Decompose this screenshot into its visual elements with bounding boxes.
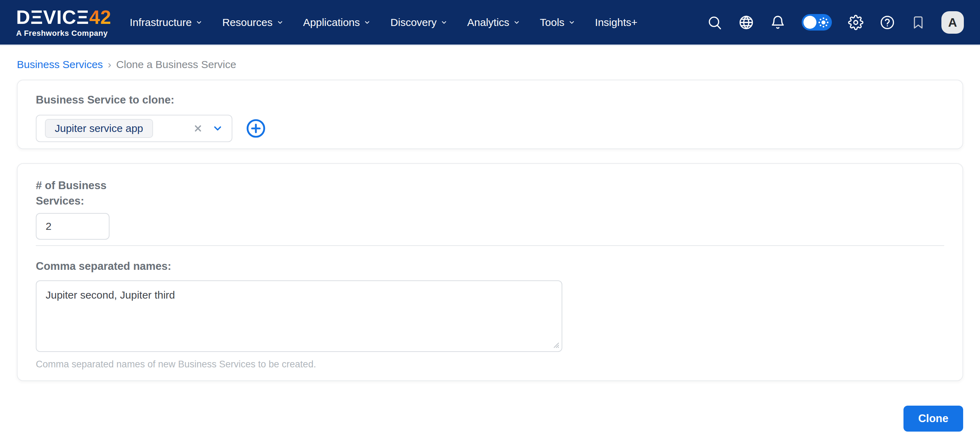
help-icon[interactable] [880, 15, 895, 30]
number-of-services-input[interactable] [36, 213, 110, 239]
business-service-to-clone-label: Business Service to clone: [36, 94, 944, 106]
menu-item-insights[interactable]: Insights+ [595, 16, 638, 29]
avatar-initial: A [948, 16, 957, 30]
avatar[interactable]: A [942, 11, 964, 34]
selected-service-chip[interactable]: Jupiter service app [45, 119, 153, 138]
logo-42: 42 [89, 6, 111, 28]
logo-wordmark: DΞVICΞ42 [16, 8, 111, 27]
breadcrumb-separator: › [108, 59, 111, 71]
page-title: Clone a Business Service [116, 59, 236, 71]
menu-item-label: Resources [222, 16, 272, 29]
chevron-down-icon [196, 19, 202, 26]
clone-source-row: Jupiter service app [36, 115, 944, 142]
menu-item-infrastructure[interactable]: Infrastructure [129, 16, 202, 29]
comma-separated-names-label: Comma separated names: [36, 260, 944, 273]
top-navbar: DΞVICΞ42 A Freshworks Company Infrastruc… [0, 0, 980, 46]
clear-icon[interactable] [193, 124, 203, 133]
menu-item-resources[interactable]: Resources [222, 16, 283, 29]
device42-logo[interactable]: DΞVICΞ42 A Freshworks Company [16, 8, 111, 37]
menu-item-label: Infrastructure [129, 16, 192, 29]
chevron-down-icon [277, 19, 283, 26]
business-service-select[interactable]: Jupiter service app [36, 115, 232, 142]
theme-toggle[interactable] [802, 14, 832, 30]
toggle-knob [803, 16, 816, 29]
chevron-down-icon[interactable] [212, 123, 223, 134]
names-help-text: Comma separated names of new Business Se… [36, 359, 944, 370]
number-of-services-label: # of Business Services: [36, 178, 120, 209]
select-controls [193, 123, 223, 134]
menu-item-label: Analytics [467, 16, 509, 29]
menu-item-analytics[interactable]: Analytics [467, 16, 520, 29]
clone-options-card: # of Business Services: Comma separated … [17, 163, 963, 381]
clone-source-card: Business Service to clone: Jupiter servi… [17, 80, 963, 149]
menu-item-applications[interactable]: Applications [303, 16, 371, 29]
chevron-down-icon [441, 19, 447, 26]
chevron-down-icon [364, 19, 371, 26]
clone-button[interactable]: Clone [904, 406, 963, 431]
main-menu: Infrastructure Resources Applications Di… [129, 16, 638, 29]
card-divider [36, 245, 944, 246]
bookmark-icon[interactable] [911, 15, 925, 30]
page-content: Business Services › Clone a Business Ser… [0, 59, 980, 431]
menu-item-label: Tools [540, 16, 565, 29]
navbar-actions: A [707, 11, 964, 34]
chevron-down-icon [568, 19, 575, 26]
menu-item-tools[interactable]: Tools [540, 16, 575, 29]
globe-icon[interactable] [738, 15, 754, 30]
menu-item-discovery[interactable]: Discovery [390, 16, 447, 29]
menu-item-label: Discovery [390, 16, 437, 29]
form-actions: Clone [17, 406, 963, 431]
chevron-down-icon [513, 19, 520, 26]
menu-item-label: Insights+ [595, 16, 638, 29]
menu-item-label: Applications [303, 16, 360, 29]
breadcrumb-business-services-link[interactable]: Business Services [17, 59, 103, 71]
bell-icon[interactable] [770, 15, 786, 30]
logo-tagline: A Freshworks Company [16, 30, 111, 37]
gear-icon[interactable] [848, 15, 864, 30]
sun-icon [818, 16, 829, 29]
names-textarea[interactable]: Jupiter second, Jupiter third [36, 280, 562, 352]
add-circle-icon[interactable] [245, 117, 267, 139]
search-icon[interactable] [707, 15, 722, 30]
breadcrumb: Business Services › Clone a Business Ser… [17, 59, 963, 71]
names-textarea-wrap: Jupiter second, Jupiter third [36, 280, 562, 352]
